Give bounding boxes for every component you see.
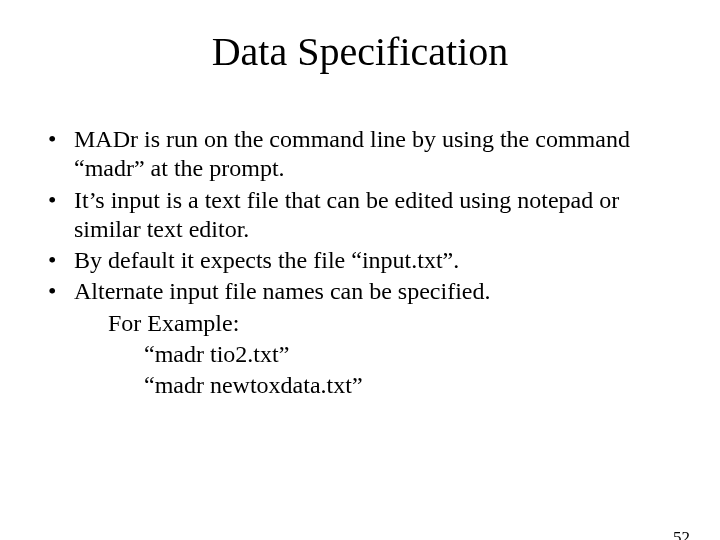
- bullet-subitem: “madr newtoxdata.txt”: [40, 371, 680, 400]
- bullet-subitem: For Example:: [40, 309, 680, 338]
- bullet-item: Alternate input file names can be specif…: [40, 277, 680, 306]
- page-number: 52: [673, 528, 690, 540]
- bullet-subitem: “madr tio2.txt”: [40, 340, 680, 369]
- bullet-text: Alternate input file names can be specif…: [74, 278, 491, 304]
- bullet-text: MADr is run on the command line by using…: [74, 126, 630, 181]
- bullet-subtext: For Example:: [74, 309, 680, 338]
- bullet-text: It’s input is a text file that can be ed…: [74, 187, 619, 242]
- bullet-item: It’s input is a text file that can be ed…: [40, 186, 680, 245]
- bullet-subtext: “madr newtoxdata.txt”: [74, 371, 680, 400]
- bullet-subtext: “madr tio2.txt”: [74, 340, 680, 369]
- slide: Data Specification MADr is run on the co…: [0, 28, 720, 540]
- bullet-item: By default it expects the file “input.tx…: [40, 246, 680, 275]
- bullet-text: By default it expects the file “input.tx…: [74, 247, 459, 273]
- slide-title: Data Specification: [0, 28, 720, 75]
- bullet-item: MADr is run on the command line by using…: [40, 125, 680, 184]
- bullet-list: MADr is run on the command line by using…: [40, 125, 680, 400]
